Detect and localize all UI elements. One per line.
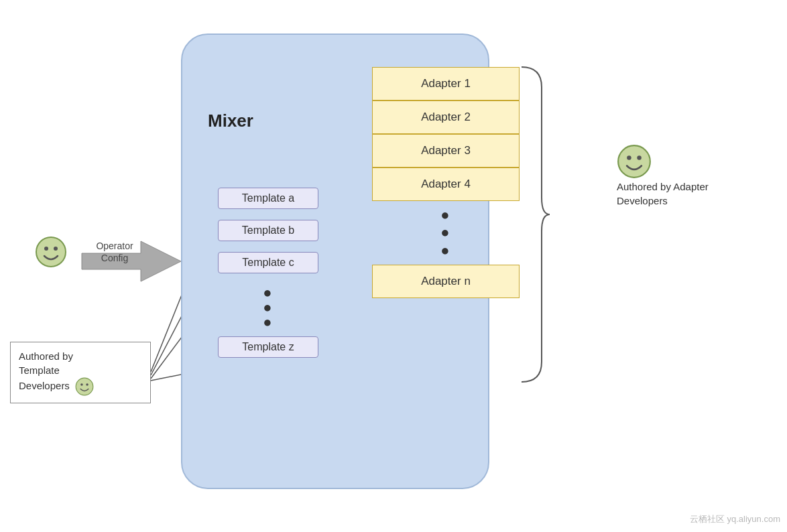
smiley-operator (35, 236, 67, 271)
watermark: 云栖社区 yq.aliyun.com (690, 513, 780, 525)
adapter-item-3: Adapter 3 (372, 134, 520, 168)
operator-config-label: OperatorConfig (91, 240, 138, 264)
svg-point-8 (54, 247, 58, 251)
svg-point-6 (36, 237, 66, 267)
authored-template-text: Authored byTemplateDevelopers (19, 350, 73, 391)
svg-point-7 (44, 247, 48, 251)
smiley-adapter (617, 144, 652, 182)
adapters-list: Adapter 1 Adapter 2 Adapter 3 Adapter 4 … (372, 67, 520, 298)
adapter-item-4: Adapter 4 (372, 168, 520, 201)
diagram: Mixer Template a Template b Template c ●… (0, 0, 787, 532)
mixer-label: Mixer (208, 111, 253, 131)
authored-template-box: Authored byTemplateDevelopers (10, 342, 151, 403)
adapter-item-1: Adapter 1 (372, 67, 520, 101)
template-item-a: Template a (218, 188, 318, 209)
adapter-item-2: Adapter 2 (372, 101, 520, 134)
templates-list: Template a Template b Template c ●●● Tem… (218, 188, 318, 363)
authored-adapter-label: Authored by Adapter Developers (617, 180, 724, 208)
svg-point-9 (76, 378, 93, 395)
template-dots: ●●● (263, 285, 273, 330)
template-item-z: Template z (218, 336, 318, 358)
svg-point-13 (627, 155, 631, 160)
template-item-b: Template b (218, 220, 318, 241)
svg-point-10 (80, 383, 83, 386)
svg-point-12 (618, 145, 650, 178)
adapter-dots: ●●● (372, 201, 520, 265)
template-item-c: Template c (218, 252, 318, 273)
adapter-item-n: Adapter n (372, 265, 520, 298)
svg-point-11 (86, 383, 88, 386)
svg-point-14 (637, 155, 642, 160)
